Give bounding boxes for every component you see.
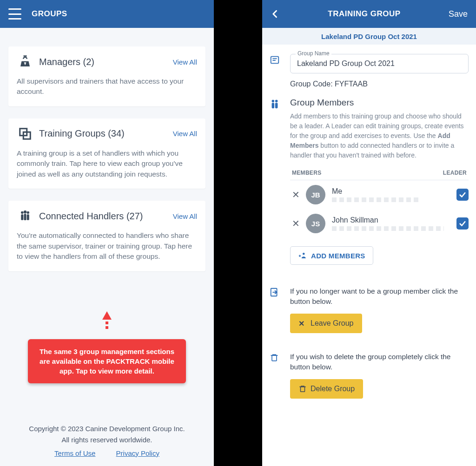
group-members-title: Group Members xyxy=(290,98,469,108)
training-groups-desc: A training group is a set of handlers wi… xyxy=(17,148,197,179)
group-members-desc: Add members to this training group and c… xyxy=(290,112,469,160)
svg-point-16 xyxy=(275,100,278,103)
member-row: ✕ JS John Skillman xyxy=(290,209,469,238)
svg-point-5 xyxy=(27,211,30,214)
group-name-label: Group Name xyxy=(296,50,331,57)
trash-icon xyxy=(270,353,282,363)
managers-card[interactable]: Managers (2) View All All supervisors an… xyxy=(8,46,205,106)
leader-col-header: LEADER xyxy=(443,170,467,176)
add-members-label: ADD MEMBERS xyxy=(311,252,365,260)
managers-view-all[interactable]: View All xyxy=(173,58,197,66)
leave-group-label: Leave Group xyxy=(311,319,354,328)
connected-handlers-desc: You're automatically connected to handle… xyxy=(17,230,197,262)
member-name: Me xyxy=(332,187,456,196)
svg-rect-11 xyxy=(106,326,108,329)
svg-rect-6 xyxy=(21,215,23,221)
training-group-body: Group Name Group Code: FYFTAAB Group Mem… xyxy=(262,45,476,466)
connected-handlers-card[interactable]: Connected Handlers (27) View All You're … xyxy=(8,201,205,271)
svg-rect-17 xyxy=(272,103,275,108)
group-code-text: Group Code: FYFTAAB xyxy=(290,80,469,88)
add-members-button[interactable]: ADD MEMBERS xyxy=(290,246,373,265)
delete-group-button[interactable]: Delete Group xyxy=(290,379,363,399)
training-group-subheader: Lakeland PD Group Oct 2021 xyxy=(262,28,476,45)
menu-icon[interactable] xyxy=(8,8,21,20)
svg-rect-10 xyxy=(106,322,108,324)
group-members-section: Group Members Add members to this traini… xyxy=(270,98,469,265)
svg-marker-9 xyxy=(102,311,112,320)
member-avatar: JB xyxy=(306,185,325,204)
remove-member-icon[interactable]: ✕ xyxy=(290,218,301,229)
footer-copyright: Copyright © 2023 Canine Development Grou… xyxy=(9,423,205,434)
managers-desc: All supervisors and trainers that have a… xyxy=(17,76,197,97)
training-groups-card[interactable]: Training Groups (34) View All A training… xyxy=(8,118,205,189)
svg-point-15 xyxy=(272,100,275,103)
groups-screen: GROUPS Managers (2) View All All supervi… xyxy=(0,0,214,466)
terms-link[interactable]: Terms of Use xyxy=(54,449,95,457)
managers-title: Managers (2) xyxy=(39,57,173,67)
leave-icon xyxy=(270,287,282,297)
training-group-screen: TRAINING GROUP Save Lakeland PD Group Oc… xyxy=(262,0,476,466)
svg-point-3 xyxy=(21,211,24,214)
members-icon xyxy=(270,98,282,110)
training-groups-icon xyxy=(17,127,33,141)
members-col-header: MEMBERS xyxy=(292,170,443,176)
member-subtext xyxy=(332,197,419,202)
screens-divider xyxy=(214,0,262,466)
svg-rect-8 xyxy=(27,215,29,221)
save-button[interactable]: Save xyxy=(449,9,468,19)
back-icon[interactable] xyxy=(271,8,280,20)
training-groups-view-all[interactable]: View All xyxy=(173,130,197,138)
info-callout: The same 3 group management sections are… xyxy=(28,339,186,383)
add-members-icon xyxy=(298,251,307,260)
groups-header-title: GROUPS xyxy=(32,9,67,19)
training-group-header-title: TRAINING GROUP xyxy=(280,9,449,19)
svg-rect-25 xyxy=(301,387,305,392)
member-name: John Skillman xyxy=(332,216,456,224)
connected-handlers-icon xyxy=(17,209,33,223)
connected-handlers-view-all[interactable]: View All xyxy=(173,212,197,220)
trash-small-icon xyxy=(298,385,307,393)
privacy-link[interactable]: Privacy Policy xyxy=(116,449,159,457)
delete-group-section: If you wish to delete the group complete… xyxy=(270,352,469,399)
form-icon xyxy=(270,55,282,65)
leader-checkbox[interactable] xyxy=(456,189,469,201)
member-subtext xyxy=(332,226,444,231)
svg-point-4 xyxy=(24,210,27,214)
leave-group-section: If you no longer want to be a group memb… xyxy=(270,286,469,333)
svg-rect-7 xyxy=(24,214,26,221)
callout-arrow-icon xyxy=(102,311,112,335)
training-group-header: TRAINING GROUP Save xyxy=(262,0,476,28)
groups-body: Managers (2) View All All supervisors an… xyxy=(0,28,214,466)
delete-group-label: Delete Group xyxy=(311,385,355,393)
close-icon: ✕ xyxy=(298,319,307,328)
member-row: ✕ JB Me xyxy=(290,180,469,209)
leave-group-desc: If you no longer want to be a group memb… xyxy=(290,286,469,307)
connected-handlers-title: Connected Handlers (27) xyxy=(39,211,173,222)
svg-point-19 xyxy=(303,253,305,255)
group-name-input[interactable] xyxy=(290,54,469,73)
delete-group-desc: If you wish to delete the group complete… xyxy=(290,352,469,373)
groups-header: GROUPS xyxy=(0,0,214,28)
footer: Copyright © 2023 Canine Development Grou… xyxy=(0,423,214,459)
member-avatar: JS xyxy=(306,214,325,233)
group-name-section: Group Name Group Code: FYFTAAB xyxy=(270,54,469,88)
managers-icon xyxy=(17,55,33,69)
leave-group-button[interactable]: ✕ Leave Group xyxy=(290,314,362,333)
members-table-header: MEMBERS LEADER xyxy=(290,170,469,180)
svg-rect-0 xyxy=(23,55,27,57)
remove-member-icon[interactable]: ✕ xyxy=(290,189,301,200)
svg-rect-18 xyxy=(275,103,278,108)
footer-rights: All rights reserved worldwide. xyxy=(9,434,205,445)
svg-rect-24 xyxy=(272,355,277,361)
leader-checkbox[interactable] xyxy=(456,217,469,230)
training-groups-title: Training Groups (34) xyxy=(39,128,173,139)
